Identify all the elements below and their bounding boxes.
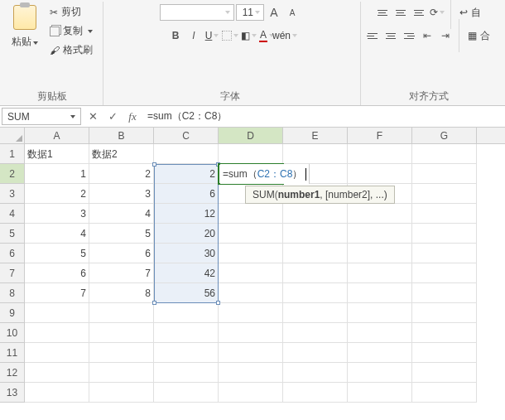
decrease-font-button[interactable]: A: [284, 4, 301, 21]
cancel-edit-button[interactable]: ✕: [83, 110, 103, 123]
cell[interactable]: [25, 383, 89, 403]
font-size-select[interactable]: 11: [236, 4, 264, 21]
cell[interactable]: [412, 263, 477, 283]
cell[interactable]: 42: [154, 263, 219, 283]
row-header[interactable]: 12: [0, 363, 25, 383]
decrease-indent-button[interactable]: ⇤: [419, 27, 435, 44]
align-bottom-button[interactable]: [411, 5, 427, 20]
fill-color-button[interactable]: ◧: [240, 27, 257, 44]
name-box[interactable]: SUM: [2, 108, 81, 125]
merge-button[interactable]: ▦合: [464, 27, 493, 45]
cell[interactable]: [412, 303, 477, 323]
cell[interactable]: 数据1: [25, 144, 89, 164]
col-header[interactable]: B: [89, 128, 154, 143]
cell[interactable]: 2: [89, 164, 154, 184]
cell[interactable]: [154, 303, 219, 323]
cell[interactable]: [348, 263, 412, 283]
increase-indent-button[interactable]: ⇥: [437, 27, 454, 44]
cell[interactable]: 8: [89, 283, 154, 303]
cell[interactable]: [412, 184, 477, 204]
cell[interactable]: [219, 303, 283, 323]
cell[interactable]: [283, 383, 348, 403]
cell[interactable]: 5: [25, 244, 89, 263]
cell[interactable]: [219, 244, 283, 263]
cell[interactable]: [348, 283, 412, 303]
cell[interactable]: 12: [154, 204, 219, 224]
phonetic-button[interactable]: wén: [277, 27, 293, 44]
cell[interactable]: [412, 244, 477, 263]
cell[interactable]: [219, 323, 283, 343]
cell[interactable]: 2: [25, 184, 89, 204]
cell[interactable]: 7: [25, 283, 89, 303]
cell[interactable]: 56: [154, 283, 219, 303]
cell[interactable]: [219, 343, 283, 363]
col-header[interactable]: D: [219, 128, 283, 143]
align-top-button[interactable]: [374, 5, 391, 20]
italic-button[interactable]: I: [185, 27, 202, 44]
cell[interactable]: 2: [154, 164, 219, 184]
cell[interactable]: [89, 303, 154, 323]
cell[interactable]: 6: [25, 263, 89, 283]
row-header[interactable]: 3: [0, 184, 25, 204]
cell[interactable]: [412, 343, 477, 363]
formula-input[interactable]: =sum（C2：C8）: [142, 106, 505, 127]
cell[interactable]: [89, 383, 154, 403]
cell[interactable]: [154, 144, 219, 164]
underline-button[interactable]: U: [204, 27, 220, 44]
bold-button[interactable]: B: [167, 27, 184, 44]
cell[interactable]: [25, 303, 89, 323]
cell[interactable]: [348, 303, 412, 323]
row-header[interactable]: 1: [0, 144, 25, 164]
cell[interactable]: [348, 383, 412, 403]
cell[interactable]: [89, 363, 154, 383]
row-header[interactable]: 9: [0, 303, 25, 323]
row-header[interactable]: 5: [0, 224, 25, 244]
cell[interactable]: [348, 363, 412, 383]
cell[interactable]: [154, 363, 219, 383]
cell[interactable]: [283, 323, 348, 343]
cell[interactable]: [412, 323, 477, 343]
cell[interactable]: [412, 224, 477, 244]
cell[interactable]: 6: [89, 244, 154, 263]
wrap-text-button[interactable]: ↩自: [456, 4, 484, 22]
paste-button[interactable]: 粘贴: [8, 3, 41, 51]
col-header[interactable]: F: [348, 128, 412, 143]
format-painter-button[interactable]: 🖌 格式刷: [46, 41, 96, 59]
cell[interactable]: 5: [89, 224, 154, 244]
cell[interactable]: [283, 363, 348, 383]
cell[interactable]: [412, 164, 477, 184]
cell[interactable]: [25, 343, 89, 363]
cell[interactable]: 1: [25, 164, 89, 184]
align-center-button[interactable]: [382, 28, 399, 43]
cell[interactable]: 7: [89, 263, 154, 283]
col-header[interactable]: C: [154, 128, 219, 143]
cell[interactable]: [348, 164, 412, 184]
row-header[interactable]: 11: [0, 343, 25, 363]
cell[interactable]: [412, 283, 477, 303]
cell[interactable]: [219, 204, 283, 224]
cell[interactable]: [283, 224, 348, 244]
cell[interactable]: [154, 323, 219, 343]
cell[interactable]: 数据2: [89, 144, 154, 164]
confirm-edit-button[interactable]: ✓: [103, 110, 123, 123]
copy-button[interactable]: 复制: [46, 22, 96, 40]
cell[interactable]: [348, 204, 412, 224]
cell[interactable]: [283, 303, 348, 323]
cell[interactable]: [348, 244, 412, 263]
cell[interactable]: [219, 144, 283, 164]
row-header[interactable]: 10: [0, 323, 25, 343]
cell[interactable]: [283, 204, 348, 224]
cell[interactable]: 4: [25, 224, 89, 244]
cell[interactable]: [348, 224, 412, 244]
cell[interactable]: [154, 343, 219, 363]
align-right-button[interactable]: [401, 28, 417, 43]
increase-font-button[interactable]: A: [266, 4, 282, 21]
cell[interactable]: 4: [89, 204, 154, 224]
cell[interactable]: [412, 383, 477, 403]
cell[interactable]: [219, 363, 283, 383]
cell-inline-editor[interactable]: =sum（C2：C8）: [220, 164, 310, 184]
row-header[interactable]: 2: [0, 164, 25, 184]
row-header[interactable]: 4: [0, 204, 25, 224]
cell[interactable]: [89, 343, 154, 363]
insert-function-button[interactable]: fx: [123, 110, 142, 123]
